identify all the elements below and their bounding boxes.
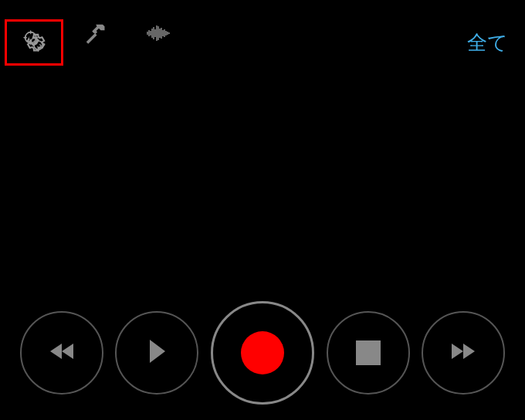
hammer-icon	[83, 22, 107, 48]
tools-button[interactable]	[63, 8, 127, 61]
effects-button[interactable]	[127, 8, 190, 61]
stop-button[interactable]	[327, 311, 410, 395]
svg-point-3	[37, 44, 39, 46]
rewind-icon	[46, 340, 77, 366]
svg-point-1	[29, 36, 32, 39]
forward-button[interactable]	[422, 311, 505, 395]
play-icon	[145, 338, 168, 368]
settings-button[interactable]	[5, 19, 63, 66]
waveform-icon	[144, 22, 172, 48]
rewind-button[interactable]	[20, 311, 103, 395]
record-button[interactable]	[211, 301, 314, 405]
top-toolbar: 全て	[0, 0, 525, 69]
stop-icon	[356, 340, 381, 365]
record-icon	[241, 331, 284, 374]
fast-forward-icon	[448, 340, 479, 366]
play-button[interactable]	[115, 311, 198, 395]
gear-icon	[21, 28, 47, 57]
all-link[interactable]: 全て	[467, 29, 508, 56]
playback-controls	[0, 301, 525, 405]
